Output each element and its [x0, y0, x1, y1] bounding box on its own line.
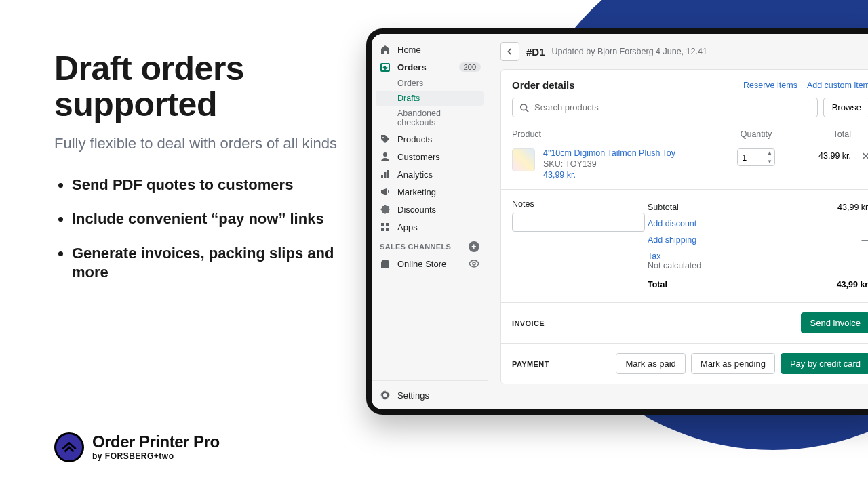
svg-rect-3: [384, 172, 387, 178]
product-sku: SKU: TOY139: [543, 159, 722, 169]
marketing-copy: Draft orders supported Fully flexible to…: [54, 51, 339, 298]
tax-link[interactable]: Tax: [648, 251, 660, 261]
main-content: #D1 Updated by Bjorn Forsberg 4 June, 12…: [488, 34, 868, 409]
back-button[interactable]: [500, 42, 519, 61]
marketing-bullets: Send PDF quotes to customers Include con…: [54, 176, 339, 283]
shipping-value: —: [862, 235, 869, 245]
sales-channels-header: SALES CHANNELS +: [372, 236, 488, 255]
payment-label: PAYMENT: [512, 360, 549, 368]
add-custom-item-link[interactable]: Add custom item: [807, 81, 868, 90]
nav-label: Online Store: [397, 259, 446, 269]
svg-rect-2: [381, 175, 383, 178]
updated-meta: Updated by Bjorn Forsberg 4 June, 12.41: [552, 47, 707, 56]
nav-products[interactable]: Products: [372, 130, 488, 148]
qty-up-icon[interactable]: ▲: [764, 149, 775, 157]
sidebar: Home Orders 200 Orders Drafts Abandoned …: [372, 34, 488, 409]
nav-label: Customers: [397, 152, 440, 162]
nav-label: Analytics: [397, 169, 433, 180]
order-id: #D1: [526, 46, 545, 58]
marketing-subheading: Fully flexible to deal with orders of al…: [54, 134, 339, 154]
marketing-heading: Draft orders supported: [54, 51, 339, 122]
mark-pending-button[interactable]: Mark as pending: [691, 353, 775, 374]
store-icon: [380, 258, 391, 269]
card-title: Order details: [512, 79, 575, 91]
nav-discounts[interactable]: Discounts: [372, 201, 488, 218]
nav-label: Orders: [397, 62, 427, 73]
subnav-drafts[interactable]: Drafts: [376, 91, 484, 106]
subnav-abandoned[interactable]: Abandoned checkouts: [372, 106, 488, 130]
discount-value: —: [862, 219, 869, 228]
subtotal-label: Subtotal: [648, 203, 679, 212]
megaphone-icon: [380, 186, 391, 197]
invoice-section: INVOICE Send invoice: [501, 302, 868, 343]
orders-icon: [380, 62, 391, 73]
svg-rect-8: [386, 228, 389, 231]
nav-home[interactable]: Home: [372, 41, 488, 58]
brand-byline: by FORSBERG+two: [92, 451, 220, 461]
tax-value: —: [862, 261, 869, 270]
svg-point-10: [521, 104, 527, 110]
total-value: 43,99 kr.: [837, 280, 868, 289]
browse-button[interactable]: Browse: [823, 98, 868, 117]
column-quantity: Quantity: [722, 129, 790, 139]
total-label: Total: [648, 280, 667, 289]
nav-customers[interactable]: Customers: [372, 148, 488, 165]
nav-label: Settings: [397, 390, 429, 401]
invoice-label: INVOICE: [512, 319, 545, 327]
product-search[interactable]: [512, 98, 818, 117]
tax-note: Not calculated: [648, 261, 701, 270]
nav-label: Home: [397, 45, 421, 55]
reserve-items-link[interactable]: Reserve items: [743, 81, 797, 90]
nav-label: Apps: [397, 222, 418, 232]
add-discount-link[interactable]: Add discount: [648, 219, 696, 228]
qty-down-icon[interactable]: ▼: [764, 157, 775, 165]
nav-label: Marketing: [397, 187, 436, 197]
app-window: Home Orders 200 Orders Drafts Abandoned …: [366, 28, 868, 415]
search-input[interactable]: [534, 102, 810, 113]
bullet-item: Include convenient “pay now” links: [72, 209, 339, 229]
gear-icon: [380, 390, 391, 401]
bullet-item: Generate invoices, packing slips and mor…: [72, 244, 339, 283]
quantity-input[interactable]: [738, 149, 764, 165]
product-thumbnail: [512, 148, 535, 171]
line-item-row: 4"10cm Digimon Tailmon Plush Toy SKU: TO…: [501, 143, 868, 190]
nav-apps[interactable]: Apps: [372, 218, 488, 236]
nav-label: Discounts: [397, 205, 436, 215]
mark-paid-button[interactable]: Mark as paid: [616, 353, 685, 374]
subnav-orders[interactable]: Orders: [372, 76, 488, 91]
svg-rect-4: [387, 170, 389, 178]
apps-icon: [380, 222, 391, 232]
add-shipping-link[interactable]: Add shipping: [648, 235, 696, 245]
nav-settings[interactable]: Settings: [372, 386, 488, 404]
preview-icon[interactable]: [469, 258, 479, 269]
subtotal-value: 43,99 kr.: [837, 203, 868, 212]
product-unit-price: 43,99 kr.: [543, 170, 722, 180]
quantity-stepper[interactable]: ▲ ▼: [737, 148, 775, 166]
tag-icon: [380, 134, 391, 144]
order-details-card: Order details Reserve items Add custom i…: [500, 69, 868, 384]
nav-online-store[interactable]: Online Store: [372, 255, 488, 272]
chart-icon: [380, 169, 391, 180]
line-total: 43,99 kr.: [790, 148, 851, 161]
order-topbar: #D1 Updated by Bjorn Forsberg 4 June, 12…: [488, 34, 868, 69]
payment-section: PAYMENT Mark as paid Mark as pending Pay…: [501, 343, 868, 384]
nav-marketing[interactable]: Marketing: [372, 183, 488, 201]
svg-rect-6: [386, 223, 389, 226]
person-icon: [380, 151, 391, 162]
nav-analytics[interactable]: Analytics: [372, 165, 488, 183]
add-channel-icon[interactable]: +: [469, 241, 479, 252]
section-label: SALES CHANNELS: [380, 243, 451, 251]
column-total: Total: [790, 129, 851, 139]
notes-input[interactable]: [512, 213, 645, 232]
remove-line-icon[interactable]: ✕: [851, 148, 868, 163]
product-title-link[interactable]: 4"10cm Digimon Tailmon Plush Toy: [543, 148, 722, 158]
send-invoice-button[interactable]: Send invoice: [801, 312, 868, 333]
search-icon: [519, 103, 529, 113]
pay-by-card-button[interactable]: Pay by credit card: [781, 353, 868, 374]
svg-rect-5: [381, 223, 384, 226]
nav-orders[interactable]: Orders 200: [372, 58, 488, 76]
brand-name: Order Printer Pro: [92, 434, 220, 450]
nav-label: Products: [397, 134, 432, 144]
home-icon: [380, 44, 391, 55]
svg-rect-7: [381, 228, 384, 231]
